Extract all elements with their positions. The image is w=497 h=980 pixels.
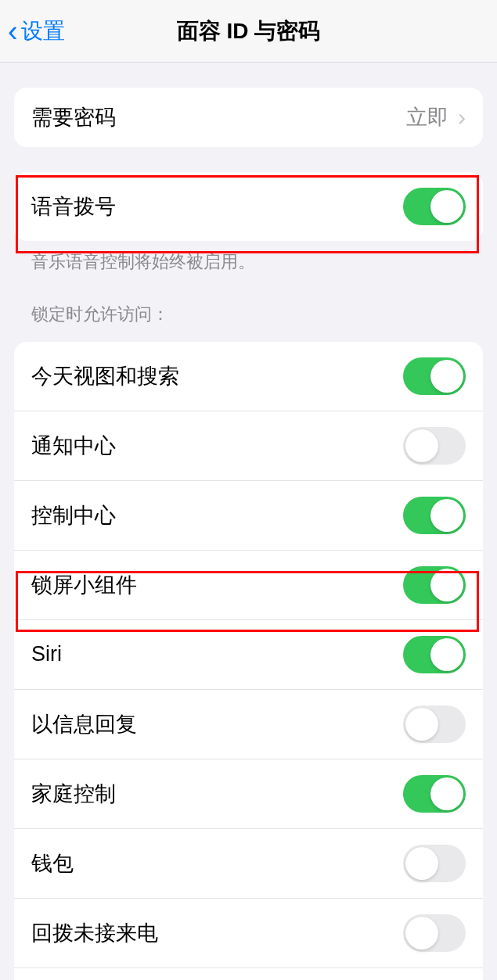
require-passcode-label: 需要密码 xyxy=(31,103,116,131)
toggle-knob xyxy=(405,708,438,741)
lock-access-item-label: Siri xyxy=(31,642,62,666)
row-lock-access-item: 钱包 xyxy=(14,829,483,899)
voice-dial-footnote: 音乐语音控制将始终被启用。 xyxy=(14,241,483,275)
toggle-knob xyxy=(430,360,463,393)
lock-access-item-label: 通知中心 xyxy=(31,432,116,460)
group-require-passcode: 需要密码 立即 › xyxy=(14,88,483,147)
row-lock-access-item: 以信息回复 xyxy=(14,690,483,759)
toggle-knob xyxy=(430,190,463,223)
row-lock-access-item: USB 配件 xyxy=(14,968,483,980)
page-title: 面容 ID 与密码 xyxy=(0,16,497,46)
row-lock-access-item: 今天视图和搜索 xyxy=(14,342,483,411)
lock-access-item-label: 钱包 xyxy=(31,849,74,878)
toggle-knob xyxy=(430,499,463,532)
lock-access-item-toggle[interactable] xyxy=(403,357,466,395)
voice-dial-label: 语音拨号 xyxy=(31,192,116,221)
lock-access-item-toggle[interactable] xyxy=(403,705,466,743)
group-lock-access: 今天视图和搜索通知中心控制中心锁屏小组件Siri以信息回复家庭控制钱包回拨未接来… xyxy=(14,342,483,980)
lock-access-item-label: 回拨未接来电 xyxy=(31,919,158,947)
require-passcode-value-wrap: 立即 › xyxy=(406,103,466,131)
lock-access-item-toggle[interactable] xyxy=(403,845,466,882)
toggle-knob xyxy=(430,777,463,810)
lock-access-header: 锁定时允许访问： xyxy=(14,275,483,332)
row-lock-access-item: 控制中心 xyxy=(14,481,483,551)
row-lock-access-item: Siri xyxy=(14,620,483,690)
row-voice-dial: 语音拨号 xyxy=(14,172,483,241)
chevron-left-icon: ‹ xyxy=(8,16,18,46)
header: ‹ 设置 面容 ID 与密码 xyxy=(0,0,497,63)
lock-access-item-label: 以信息回复 xyxy=(31,710,137,738)
lock-access-item-toggle[interactable] xyxy=(403,914,466,952)
lock-access-item-label: 今天视图和搜索 xyxy=(31,362,179,390)
lock-access-item-toggle[interactable] xyxy=(403,427,466,465)
lock-access-item-toggle[interactable] xyxy=(403,566,466,604)
group-voice-dial: 语音拨号 xyxy=(14,172,483,241)
row-lock-access-item: 锁屏小组件 xyxy=(14,551,483,620)
chevron-right-icon: › xyxy=(458,104,466,131)
row-require-passcode[interactable]: 需要密码 立即 › xyxy=(14,88,483,147)
back-label: 设置 xyxy=(21,16,65,46)
require-passcode-value: 立即 xyxy=(406,103,448,131)
row-lock-access-item: 家庭控制 xyxy=(14,759,483,829)
row-lock-access-item: 回拨未接来电 xyxy=(14,899,483,968)
toggle-knob xyxy=(405,847,438,880)
lock-access-item-label: 控制中心 xyxy=(31,501,116,529)
lock-access-item-toggle[interactable] xyxy=(403,775,466,813)
toggle-knob xyxy=(405,429,438,462)
row-lock-access-item: 通知中心 xyxy=(14,411,483,481)
toggle-knob xyxy=(430,569,463,601)
voice-dial-toggle[interactable] xyxy=(403,188,466,225)
lock-access-item-toggle[interactable] xyxy=(403,497,466,534)
back-button[interactable]: ‹ 设置 xyxy=(8,16,65,46)
lock-access-item-toggle[interactable] xyxy=(403,636,466,673)
lock-access-item-label: 家庭控制 xyxy=(31,780,116,808)
lock-access-item-label: 锁屏小组件 xyxy=(31,571,137,599)
toggle-knob xyxy=(405,917,438,949)
toggle-knob xyxy=(430,638,463,671)
